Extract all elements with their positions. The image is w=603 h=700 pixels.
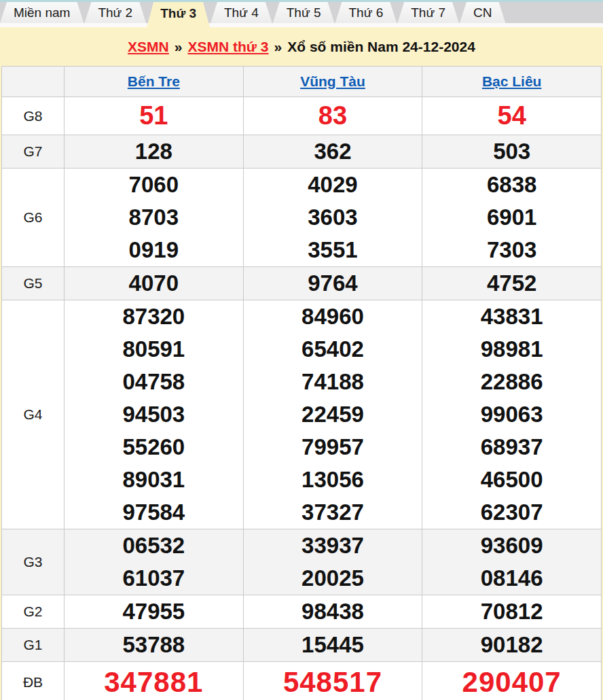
result-number: 47955 <box>65 595 243 628</box>
result-cell: 98438 <box>243 595 422 629</box>
result-number: 93609 <box>422 529 601 562</box>
tab-thu-3[interactable]: Thứ 3 <box>147 2 210 27</box>
tab-thu-7[interactable]: Thứ 7 <box>397 2 459 23</box>
result-number: 83 <box>244 97 422 135</box>
result-cell: 3393720025 <box>243 529 422 595</box>
result-number: 90182 <box>422 629 601 661</box>
result-number: 68937 <box>422 431 601 463</box>
result-number: 37327 <box>244 496 422 529</box>
tab-thu-6[interactable]: Thứ 6 <box>335 2 397 23</box>
province-link-vung-tau[interactable]: Vũng Tàu <box>300 73 365 89</box>
result-cell: 402936033551 <box>243 169 422 267</box>
result-cell: 706087030919 <box>65 169 244 267</box>
result-cell: 347881 <box>65 662 244 700</box>
prize-row-g2: G2479559843870812 <box>2 595 602 629</box>
prize-row-g8: G8518354 <box>2 97 602 135</box>
result-number: 290407 <box>422 662 601 700</box>
result-cell: 503 <box>422 135 602 169</box>
result-cell: 47955 <box>65 595 244 629</box>
result-number: 13056 <box>244 463 422 496</box>
result-number: 6838 <box>422 169 601 201</box>
prize-row-g7: G7128362503 <box>2 135 602 169</box>
result-number: 84960 <box>244 300 422 333</box>
result-number: 97584 <box>65 496 243 529</box>
provinces-header-row: Bến TreVũng TàuBạc Liêu <box>2 67 602 97</box>
result-cell: 4752 <box>422 267 602 300</box>
result-number: 46500 <box>422 463 601 496</box>
result-number: 22886 <box>422 366 601 398</box>
result-cell: 548517 <box>243 662 422 700</box>
result-cell: 90182 <box>422 629 602 662</box>
result-number: 98438 <box>244 595 422 628</box>
prize-label: G7 <box>2 135 65 169</box>
result-number: 04758 <box>65 366 243 398</box>
result-cell: 290407 <box>422 662 602 700</box>
breadcrumb-link-xsmn[interactable]: XSMN <box>128 39 169 55</box>
prize-row-g1: G1537881544590182 <box>2 629 602 662</box>
result-number: 7060 <box>65 169 243 201</box>
prize-label: G3 <box>2 529 65 595</box>
breadcrumb-separator: » <box>175 39 183 55</box>
result-cell: 87320805910475894503552608903197584 <box>65 300 244 529</box>
result-cell: 128 <box>65 135 244 169</box>
result-cell: 9360908146 <box>422 529 602 595</box>
result-number: 53788 <box>65 629 243 661</box>
result-number: 08146 <box>422 562 601 595</box>
breadcrumb-current: Xổ số miền Nam 24-12-2024 <box>287 39 475 55</box>
tab-thu-5[interactable]: Thứ 5 <box>273 2 335 23</box>
weekday-tab-bar: Miền namThứ 2Thứ 3Thứ 4Thứ 5Thứ 6Thứ 7CN <box>0 2 603 27</box>
province-link-bac-lieu[interactable]: Bạc Liêu <box>482 73 542 89</box>
result-cell: 43831989812288699063689374650062307 <box>422 300 602 529</box>
result-number: 8703 <box>65 201 243 234</box>
result-cell: 362 <box>243 135 422 169</box>
result-cell: 53788 <box>65 629 244 662</box>
result-number: 98981 <box>422 333 601 366</box>
prize-row-g6: G6706087030919402936033551683869017303 <box>2 169 602 267</box>
result-cell: 15445 <box>243 629 422 662</box>
result-number: 4752 <box>422 267 601 300</box>
result-number: 4029 <box>244 169 422 201</box>
result-number: 51 <box>65 97 243 135</box>
prize-label: G5 <box>2 267 65 300</box>
result-number: 347881 <box>65 662 243 700</box>
result-number: 06532 <box>65 529 243 562</box>
result-number: 79957 <box>244 431 422 463</box>
tab-mien-nam[interactable]: Miền nam <box>0 2 84 23</box>
result-number: 70812 <box>422 595 601 628</box>
result-number: 74188 <box>244 366 422 398</box>
result-number: 43831 <box>422 300 601 333</box>
result-number: 4070 <box>65 267 243 300</box>
prize-label: G2 <box>2 595 65 629</box>
result-number: 62307 <box>422 496 601 529</box>
result-cell: 9764 <box>243 267 422 300</box>
result-number: 89031 <box>65 463 243 496</box>
result-number: 94503 <box>65 398 243 431</box>
tab-thu-4[interactable]: Thứ 4 <box>211 2 272 23</box>
result-number: 33937 <box>244 529 422 562</box>
breadcrumb-separator: » <box>274 39 282 55</box>
tab-cn[interactable]: CN <box>460 2 505 23</box>
result-cell: 83 <box>243 97 422 135</box>
result-number: 80591 <box>65 333 243 366</box>
result-number: 128 <box>65 135 243 168</box>
result-number: 22459 <box>244 398 422 431</box>
result-number: 362 <box>244 135 422 168</box>
result-number: 55260 <box>65 431 243 463</box>
result-number: 3603 <box>244 201 422 234</box>
result-number: 15445 <box>244 629 422 661</box>
province-link-ben-tre[interactable]: Bến Tre <box>128 73 180 89</box>
result-number: 9764 <box>244 267 422 300</box>
result-number: 0919 <box>65 234 243 266</box>
tab-thu-2[interactable]: Thứ 2 <box>84 2 146 23</box>
result-cell: 54 <box>422 97 602 135</box>
prize-row-g3: G3065326103733937200259360908146 <box>2 529 602 595</box>
result-number: 548517 <box>244 662 422 700</box>
result-cell: 4070 <box>65 267 244 300</box>
result-cell: 84960654027418822459799571305637327 <box>243 300 422 529</box>
result-cell: 51 <box>65 97 244 135</box>
breadcrumb-link-xsmn-thu3[interactable]: XSMN thứ 3 <box>187 39 268 55</box>
result-number: 87320 <box>65 300 243 333</box>
lottery-results-table: Bến TreVũng TàuBạc Liêu G8518354G7128362… <box>1 66 602 700</box>
prize-label: ĐB <box>2 662 65 700</box>
province-header-bac-lieu: Bạc Liêu <box>422 67 602 97</box>
